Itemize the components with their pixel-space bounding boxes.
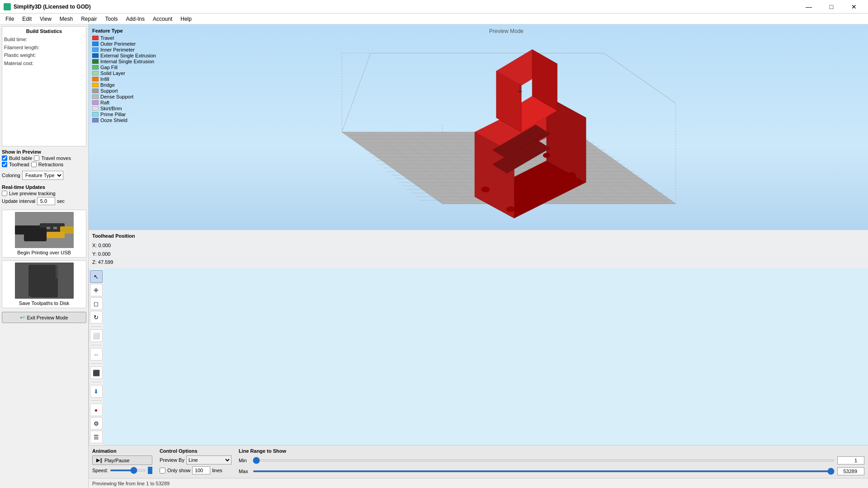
usb-image xyxy=(15,212,74,248)
build-table-label: Build table xyxy=(9,155,32,161)
svg-rect-15 xyxy=(49,265,51,276)
view-tool-button[interactable]: ◻ xyxy=(90,297,103,310)
only-show-input[interactable] xyxy=(192,466,210,474)
speed-slider[interactable] xyxy=(110,469,146,471)
svg-rect-8 xyxy=(31,265,58,278)
only-show-checkbox[interactable] xyxy=(160,468,165,474)
titlebar: Simplify3D (Licensed to GOD) — □ ✕ xyxy=(0,0,868,14)
menu-item-view[interactable]: View xyxy=(36,15,55,23)
svg-rect-13 xyxy=(42,265,44,276)
toolhead-z: Z: 47.599 xyxy=(92,258,864,267)
coloring-row: Coloring Feature Type Speed Temperature … xyxy=(2,171,86,180)
travel-moves-label: Travel moves xyxy=(41,155,71,161)
menu-item-file[interactable]: File xyxy=(2,15,18,23)
svg-rect-4 xyxy=(47,227,50,229)
min-spinbox[interactable] xyxy=(837,456,864,465)
svg-rect-19 xyxy=(34,285,50,286)
coloring-label: Coloring xyxy=(2,173,20,178)
min-label: Min xyxy=(239,458,250,463)
menu-button[interactable]: ☰ xyxy=(90,431,103,443)
build-statistics-panel: Build Statistics Build time: Filament le… xyxy=(2,26,86,146)
close-button[interactable]: ✕ xyxy=(844,0,864,14)
settings-button[interactable]: ⚙ xyxy=(90,417,103,430)
realtime-updates-title: Real-time Updates xyxy=(2,184,86,190)
exit-preview-button[interactable]: ↩ Exit Preview Mode xyxy=(2,312,86,323)
red-indicator-button[interactable]: ● xyxy=(90,404,103,416)
move-tool-button[interactable]: ✛ xyxy=(90,284,103,296)
menu-item-help[interactable]: Help xyxy=(177,15,195,23)
scale-tool-button[interactable]: ↔ xyxy=(90,348,103,361)
menu-item-repair[interactable]: Repair xyxy=(77,15,100,23)
sd-save-button[interactable]: Save Toolpaths to Disk xyxy=(2,260,86,308)
build-table-row: Build table Travel moves xyxy=(2,155,86,161)
rotate-tool-button[interactable]: ↻ xyxy=(90,311,103,324)
build-table-checkbox[interactable] xyxy=(2,155,7,161)
realtime-updates-section: Real-time Updates Live preview tracking … xyxy=(2,183,86,206)
app-icon xyxy=(4,3,11,10)
viewport[interactable]: Feature Type TravelOuter PerimeterInner … xyxy=(89,24,868,268)
cursor-tool-button[interactable]: ↖ xyxy=(90,270,103,283)
usb-icon-svg xyxy=(15,212,74,248)
toolbar-sep-3 xyxy=(91,363,102,364)
sd-button-label: Save Toolpaths to Disk xyxy=(19,300,70,306)
toolbar-sep-5 xyxy=(91,400,102,401)
build-statistics-title: Build Statistics xyxy=(4,28,84,34)
toolhead-checkbox[interactable] xyxy=(2,162,7,167)
speed-indicator xyxy=(148,467,152,474)
live-preview-checkbox[interactable] xyxy=(2,191,7,196)
exit-preview-label: Exit Preview Mode xyxy=(27,315,68,320)
svg-rect-6 xyxy=(15,263,74,299)
max-spinbox[interactable] xyxy=(837,467,864,475)
control-options-section: Control Options Preview By Line Layer Fe… xyxy=(160,448,231,474)
travel-moves-checkbox[interactable] xyxy=(34,155,39,161)
toolhead-x: X: 0.000 xyxy=(92,241,864,250)
max-range-row: Max xyxy=(239,467,864,475)
material-cost-label: Material cost: xyxy=(4,60,84,68)
sd-icon-svg xyxy=(15,263,74,299)
max-slider[interactable] xyxy=(253,470,835,472)
minimize-button[interactable]: — xyxy=(798,0,819,14)
menu-item-edit[interactable]: Edit xyxy=(19,15,35,23)
play-pause-icon: ▶‖ xyxy=(96,457,103,463)
sd-image xyxy=(15,263,74,299)
live-preview-label: Live preview tracking xyxy=(9,191,56,196)
svg-marker-9 xyxy=(31,265,38,272)
animation-title: Animation xyxy=(92,448,152,454)
svg-rect-11 xyxy=(36,267,38,276)
speed-row: Speed: xyxy=(92,467,152,474)
update-interval-row: Update interval 5.0 sec xyxy=(2,197,86,205)
preview-by-label: Preview By xyxy=(160,457,184,463)
titlebar-left: Simplify3D (Licensed to GOD) xyxy=(4,3,91,10)
toolhead-row: Toolhead Retractions xyxy=(2,162,86,167)
build-statistics-content: Build time: Filament length: Plastic wei… xyxy=(4,36,84,144)
svg-point-68 xyxy=(543,153,550,158)
view3d-tool-button[interactable]: ⬜ xyxy=(90,329,103,342)
menu-item-account[interactable]: Account xyxy=(149,15,176,23)
toolhead-y: Y: 0.000 xyxy=(92,250,864,258)
statusbar: Previewing file from line 1 to 53289 xyxy=(89,478,868,488)
retractions-label: Retractions xyxy=(38,162,64,167)
retractions-checkbox[interactable] xyxy=(31,162,37,167)
right-toolbar: ↖ ✛ ◻ ↻ ⬜ ↔ ⬛ ⬇ ● ⚙ ☰ xyxy=(89,268,103,445)
min-slider[interactable] xyxy=(253,460,835,461)
update-interval-input[interactable]: 5.0 xyxy=(37,197,55,205)
plastic-weight-label: Plastic weight: xyxy=(4,52,84,60)
toolbar-sep-1 xyxy=(91,326,102,327)
preview-by-row: Preview By Line Layer Feature xyxy=(160,455,231,465)
menu-item-add-ins[interactable]: Add-Ins xyxy=(123,15,148,23)
svg-point-65 xyxy=(481,187,490,192)
line-range-title: Line Range to Show xyxy=(239,448,864,454)
maximize-button[interactable]: □ xyxy=(821,0,842,14)
svg-rect-5 xyxy=(53,227,57,229)
play-pause-button[interactable]: ▶‖ Play/Pause xyxy=(92,455,152,465)
line-range-section: Line Range to Show Min Max xyxy=(239,448,864,475)
coloring-select[interactable]: Feature Type Speed Temperature Fan Speed xyxy=(22,171,63,180)
menu-item-mesh[interactable]: Mesh xyxy=(56,15,76,23)
preview-by-select[interactable]: Line Layer Feature xyxy=(186,455,231,465)
svg-point-67 xyxy=(567,172,576,178)
svg-rect-18 xyxy=(34,282,54,283)
down-tool-button[interactable]: ⬇ xyxy=(90,385,103,398)
box-tool-button[interactable]: ⬛ xyxy=(90,366,103,379)
usb-print-button[interactable]: Begin Printing over USB xyxy=(2,210,86,258)
menu-item-tools[interactable]: Tools xyxy=(102,15,122,23)
